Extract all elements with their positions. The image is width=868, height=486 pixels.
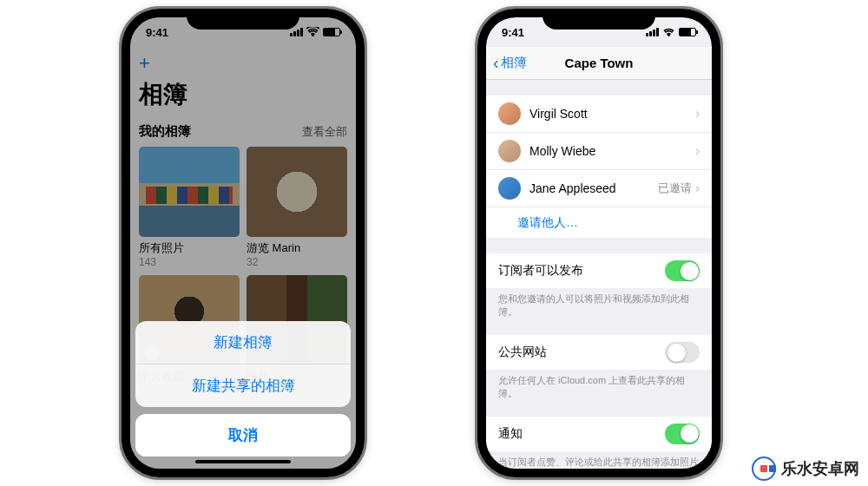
phone-left: 9:41 + 相簿 我的相簿 查看全部 bbox=[122, 9, 365, 477]
home-indicator[interactable] bbox=[195, 460, 291, 463]
nav-title: Cape Town bbox=[565, 56, 634, 70]
screen-left: 9:41 + 相簿 我的相簿 查看全部 bbox=[130, 17, 356, 469]
album-name: 所有照片 bbox=[139, 240, 240, 256]
add-button[interactable]: + bbox=[139, 54, 347, 73]
toggle-switch[interactable] bbox=[665, 424, 700, 444]
action-sheet: 新建相簿 新建共享的相簿 取消 bbox=[130, 316, 356, 469]
status-icons bbox=[290, 26, 340, 39]
album-thumb bbox=[247, 147, 347, 237]
watermark-icon bbox=[752, 456, 776, 481]
notifications-toggle-row[interactable]: 通知 bbox=[486, 417, 712, 451]
album-name: 游览 Marin bbox=[247, 240, 347, 256]
new-album-button[interactable]: 新建相簿 bbox=[135, 321, 351, 364]
album-item[interactable]: 所有照片 143 bbox=[139, 147, 240, 268]
setting-desc: 当订阅者点赞、评论或给此共享的相簿添加照片或视频时显示通知。 bbox=[486, 451, 712, 469]
signal-icon bbox=[646, 28, 659, 36]
wifi-icon bbox=[306, 26, 319, 39]
page-title: 相簿 bbox=[139, 78, 347, 111]
album-item[interactable]: 游览 Marin 32 bbox=[247, 147, 347, 268]
back-button[interactable]: ‹相簿 bbox=[493, 53, 527, 73]
time: 9:41 bbox=[146, 26, 168, 39]
album-thumb bbox=[139, 147, 240, 237]
view-all-link[interactable]: 查看全部 bbox=[302, 124, 347, 140]
svg-point-0 bbox=[312, 34, 313, 36]
person-row[interactable]: Virgil Scott › bbox=[486, 95, 712, 132]
toggle-switch[interactable] bbox=[665, 260, 700, 281]
chevron-left-icon: ‹ bbox=[493, 53, 499, 73]
invite-others-button[interactable]: 邀请他人… bbox=[486, 207, 712, 238]
watermark: 乐水安卓网 bbox=[752, 456, 859, 481]
screen-right: 9:41 ‹相簿 Cape Town Virgil Scott › bbox=[486, 17, 712, 469]
person-row[interactable]: Molly Wiebe › bbox=[486, 132, 712, 169]
avatar bbox=[498, 102, 521, 125]
album-count: 143 bbox=[139, 256, 240, 268]
person-name: Molly Wiebe bbox=[529, 144, 695, 158]
battery-icon bbox=[679, 28, 696, 36]
battery-icon bbox=[323, 28, 340, 36]
nav-bar: ‹相簿 Cape Town bbox=[486, 47, 712, 80]
public-website-toggle-row[interactable]: 公共网站 bbox=[486, 335, 712, 370]
chevron-right-icon: › bbox=[695, 181, 700, 196]
notch bbox=[187, 9, 299, 30]
setting-desc: 允许任何人在 iCloud.com 上查看此共享的相簿。 bbox=[486, 370, 712, 401]
avatar bbox=[498, 140, 521, 162]
album-count: 32 bbox=[247, 256, 347, 268]
cancel-button[interactable]: 取消 bbox=[135, 414, 351, 456]
time: 9:41 bbox=[502, 26, 524, 39]
setting-desc: 您和您邀请的人可以将照片和视频添加到此相簿。 bbox=[486, 288, 712, 319]
wifi-icon bbox=[662, 26, 675, 39]
chevron-right-icon: › bbox=[695, 143, 700, 159]
phone-right: 9:41 ‹相簿 Cape Town Virgil Scott › bbox=[477, 9, 720, 477]
new-shared-album-button[interactable]: 新建共享的相簿 bbox=[135, 364, 351, 407]
signal-icon bbox=[290, 28, 303, 36]
invite-status: 已邀请 bbox=[658, 181, 692, 196]
avatar bbox=[498, 177, 521, 200]
person-name: Virgil Scott bbox=[529, 107, 695, 121]
subscribers-toggle-row[interactable]: 订阅者可以发布 bbox=[486, 253, 712, 288]
notch bbox=[542, 9, 655, 30]
section-header: 我的相簿 bbox=[139, 123, 191, 140]
toggle-switch[interactable] bbox=[665, 342, 700, 363]
svg-point-1 bbox=[667, 34, 669, 36]
status-icons bbox=[646, 26, 696, 39]
person-name: Jane Appleseed bbox=[529, 181, 658, 195]
chevron-right-icon: › bbox=[695, 106, 700, 122]
person-row[interactable]: Jane Appleseed 已邀请 › bbox=[486, 169, 712, 207]
